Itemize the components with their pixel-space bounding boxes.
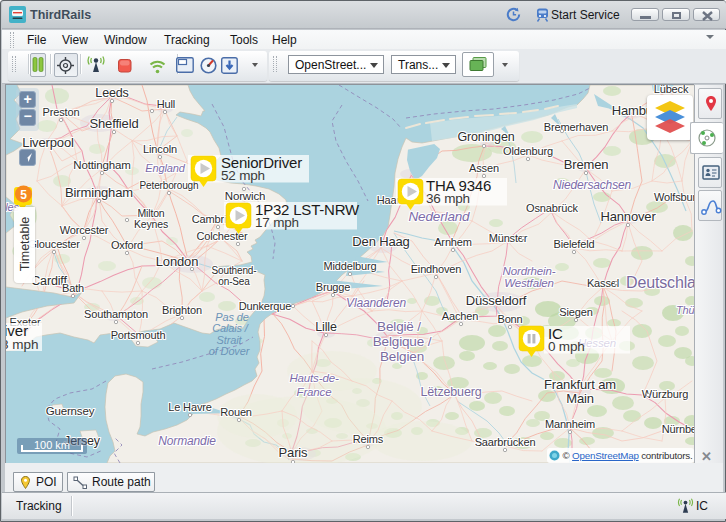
svg-text:Westfalen: Westfalen (504, 277, 554, 289)
svg-text:Normandie: Normandie (158, 434, 216, 448)
svg-text:Lëtzebuerg: Lëtzebuerg (420, 385, 481, 399)
svg-text:Belgien: Belgien (380, 349, 424, 364)
svg-text:London: London (156, 254, 198, 269)
svg-text:Portsmouth: Portsmouth (111, 329, 166, 341)
svg-text:36 mph: 36 mph (426, 191, 470, 206)
svg-text:Paris: Paris (279, 445, 309, 460)
svg-text:Colchester: Colchester (196, 230, 248, 242)
svg-text:Le Havre: Le Havre (168, 401, 211, 413)
svg-text:52 mph: 52 mph (221, 168, 265, 183)
svg-text:Guernsey: Guernsey (46, 405, 95, 417)
svg-text:Belgique /: Belgique / (373, 334, 432, 349)
svg-text:of Dover: of Dover (209, 345, 251, 357)
svg-text:Nordrhein-: Nordrhein- (503, 265, 556, 277)
svg-text:Osnabrück: Osnabrück (526, 202, 578, 214)
svg-text:Rouen: Rouen (220, 406, 252, 418)
svg-text:Reims: Reims (353, 433, 384, 445)
svg-text:Eindhoven: Eindhoven (411, 263, 462, 275)
svg-text:Hull: Hull (157, 98, 175, 110)
svg-text:Niedersachsen: Niedersachsen (553, 178, 632, 192)
svg-text:Birmingham: Birmingham (65, 185, 133, 200)
svg-text:Brugge: Brugge (316, 281, 351, 293)
svg-text:Bath: Bath (62, 282, 84, 294)
svg-text:Sheffield: Sheffield (89, 116, 138, 131)
svg-text:Deutschland: Deutschland (626, 274, 695, 291)
svg-text:Vlaanderen: Vlaanderen (346, 296, 406, 310)
svg-text:Den Haag: Den Haag (352, 234, 409, 249)
svg-text:0 mph: 0 mph (548, 339, 585, 354)
svg-text:Southend-: Southend- (212, 265, 257, 276)
svg-text:Arnhem: Arnhem (434, 236, 472, 248)
svg-text:France: France (297, 386, 332, 398)
svg-text:Bonn: Bonn (497, 313, 522, 325)
svg-text:Aachen: Aachen (442, 310, 478, 322)
svg-text:Lincoln: Lincoln (143, 143, 177, 155)
svg-text:Wolfsburg: Wolfsburg (654, 191, 695, 203)
svg-text:Preston: Preston (43, 106, 80, 118)
svg-text:Leeds: Leeds (95, 86, 128, 100)
svg-text:England: England (145, 162, 185, 174)
svg-text:Düsseldorf: Düsseldorf (466, 293, 527, 308)
svg-text:Southampton: Southampton (84, 308, 148, 320)
svg-text:Keynes: Keynes (134, 218, 168, 230)
svg-text:Hauts-de-: Hauts-de- (289, 372, 338, 384)
svg-text:Middelburg: Middelburg (324, 260, 377, 272)
svg-text:Calais /: Calais / (212, 322, 249, 334)
svg-text:Assen: Assen (469, 162, 499, 174)
svg-text:Oxford: Oxford (111, 239, 143, 251)
svg-text:Oldenburg: Oldenburg (503, 145, 553, 157)
svg-text:Nederland: Nederland (409, 209, 471, 224)
svg-text:Bremen: Bremen (564, 157, 609, 172)
svg-text:Bremerhaven: Bremerhaven (544, 121, 608, 133)
svg-text:Siegen: Siegen (559, 306, 592, 318)
svg-text:Lille: Lille (315, 320, 337, 334)
svg-text:Nürnberg: Nürnberg (662, 423, 695, 435)
svg-text:Groningen: Groningen (457, 130, 514, 144)
svg-text:Thüring: Thüring (676, 304, 695, 316)
svg-text:Lübeck: Lübeck (654, 85, 689, 95)
svg-text:Saarbrücken: Saarbrücken (475, 436, 536, 448)
svg-text:Gloucester: Gloucester (28, 238, 80, 250)
svg-text:on-Sea: on-Sea (218, 276, 250, 287)
svg-text:8 mph: 8 mph (6, 337, 39, 352)
svg-text:5: 5 (20, 188, 27, 202)
svg-text:Brighton: Brighton (162, 304, 202, 316)
svg-text:Nottingham: Nottingham (73, 159, 130, 171)
svg-text:Liverpool: Liverpool (22, 135, 74, 150)
svg-text:België /: België / (377, 319, 421, 334)
svg-text:Main: Main (566, 391, 594, 406)
svg-text:Worcester: Worcester (60, 224, 109, 236)
svg-text:Bielefeld: Bielefeld (554, 238, 595, 250)
svg-text:Frankfurt am: Frankfurt am (544, 377, 616, 392)
svg-text:17 mph: 17 mph (255, 215, 299, 230)
svg-text:Mannheim: Mannheim (545, 418, 595, 430)
svg-text:Hannover: Hannover (600, 209, 656, 224)
